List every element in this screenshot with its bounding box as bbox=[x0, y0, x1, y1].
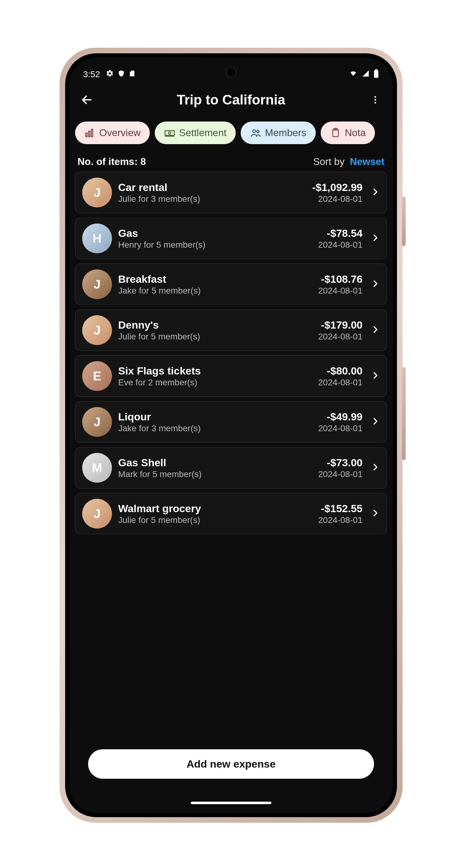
expense-row[interactable]: MGas ShellMark for 5 member(s)-$73.00202… bbox=[75, 447, 387, 489]
svg-point-13 bbox=[257, 130, 259, 133]
expense-date: 2024-08-01 bbox=[318, 240, 363, 250]
expense-date: 2024-08-01 bbox=[318, 286, 363, 296]
svg-point-10 bbox=[169, 132, 171, 134]
sd-card-icon bbox=[129, 69, 135, 80]
tab-notes[interactable]: Nota bbox=[321, 122, 375, 144]
gear-icon bbox=[106, 69, 114, 80]
expense-chevron bbox=[371, 187, 380, 198]
expense-title: Denny's bbox=[118, 319, 312, 331]
app-bar: Trip to California bbox=[69, 86, 393, 114]
expense-amount: -$73.00 bbox=[318, 457, 363, 469]
expense-row[interactable]: JWalmart groceryJulie for 5 member(s)-$1… bbox=[75, 493, 387, 534]
svg-point-4 bbox=[374, 99, 376, 100]
expense-title: Walmart grocery bbox=[118, 502, 312, 515]
arrow-left-icon bbox=[81, 94, 93, 106]
expense-title: Liqour bbox=[118, 411, 312, 423]
expense-row[interactable]: JCar rentalJulie for 3 member(s)-$1,092.… bbox=[75, 172, 387, 213]
tab-members-label: Members bbox=[265, 127, 306, 138]
expense-right: -$80.002024-08-01 bbox=[318, 365, 363, 388]
expense-right: -$108.762024-08-01 bbox=[318, 273, 363, 296]
phone-bezel: 3:52 bbox=[65, 53, 397, 817]
expense-row[interactable]: ESix Flags ticketsEve for 2 member(s)-$8… bbox=[75, 355, 387, 397]
shield-icon bbox=[118, 69, 125, 80]
phone-frame: 3:52 bbox=[60, 48, 403, 823]
tab-settlement[interactable]: Settlement bbox=[155, 122, 236, 144]
tab-members[interactable]: Members bbox=[241, 122, 315, 144]
avatar: J bbox=[82, 269, 112, 299]
avatar: H bbox=[82, 223, 112, 253]
sort-control[interactable]: Sort by Newset bbox=[313, 156, 385, 167]
expense-subtitle: Jake for 3 member(s) bbox=[118, 424, 312, 433]
svg-rect-1 bbox=[375, 69, 377, 70]
tab-chips[interactable]: Overview Settlement Members Nota bbox=[69, 114, 393, 147]
expense-title: Breakfast bbox=[118, 273, 312, 285]
expense-amount: -$179.00 bbox=[318, 319, 363, 331]
expense-row[interactable]: JLiqourJake for 3 member(s)-$49.992024-0… bbox=[75, 401, 387, 443]
svg-point-12 bbox=[253, 130, 255, 132]
expense-amount: -$78.54 bbox=[318, 227, 363, 239]
expense-amount: -$80.00 bbox=[318, 365, 363, 377]
tab-overview[interactable]: Overview bbox=[75, 122, 150, 144]
expense-row[interactable]: JBreakfastJake for 5 member(s)-$108.7620… bbox=[75, 264, 387, 305]
expense-row[interactable]: HGasHenry for 5 member(s)-$78.542024-08-… bbox=[75, 218, 387, 259]
expense-amount: -$49.99 bbox=[318, 411, 363, 423]
chevron-right-icon bbox=[371, 371, 380, 380]
expense-subtitle: Julie for 5 member(s) bbox=[118, 515, 312, 525]
cell-signal-icon bbox=[362, 69, 370, 80]
expense-right: -$49.992024-08-01 bbox=[318, 411, 363, 433]
chevron-right-icon bbox=[371, 187, 380, 196]
expense-chevron bbox=[371, 463, 380, 473]
sort-by-value: Newset bbox=[350, 156, 385, 167]
expense-title: Gas Shell bbox=[118, 457, 312, 469]
tab-notes-label: Nota bbox=[345, 127, 366, 138]
avatar: J bbox=[82, 178, 112, 207]
expense-date: 2024-08-01 bbox=[318, 424, 363, 433]
expense-right: -$179.002024-08-01 bbox=[318, 319, 363, 342]
expense-main: Denny'sJulie for 5 member(s) bbox=[118, 319, 312, 342]
svg-rect-8 bbox=[91, 129, 93, 137]
expense-chevron bbox=[371, 508, 380, 519]
svg-rect-0 bbox=[374, 70, 378, 78]
expense-amount: -$1,092.99 bbox=[312, 181, 363, 193]
clipboard-icon bbox=[330, 127, 341, 138]
expense-row[interactable]: JDenny'sJulie for 5 member(s)-$179.00202… bbox=[75, 309, 387, 351]
svg-rect-7 bbox=[89, 131, 90, 137]
wifi-icon bbox=[348, 69, 358, 80]
expense-title: Car rental bbox=[118, 181, 306, 193]
add-expense-label: Add new expense bbox=[186, 758, 275, 770]
avatar: M bbox=[82, 453, 112, 483]
expense-main: GasHenry for 5 member(s) bbox=[118, 227, 312, 250]
more-menu-button[interactable] bbox=[367, 91, 384, 108]
status-time: 3:52 bbox=[83, 69, 100, 80]
sort-by-label: Sort by bbox=[313, 156, 344, 167]
expense-right: -$73.002024-08-01 bbox=[318, 457, 363, 479]
expense-date: 2024-08-01 bbox=[318, 378, 363, 388]
expense-chevron bbox=[371, 371, 380, 381]
back-button[interactable] bbox=[78, 91, 95, 108]
home-indicator[interactable] bbox=[191, 802, 271, 804]
expense-right: -$1,092.992024-08-01 bbox=[312, 181, 363, 204]
list-summary-row: No. of items: 8 Sort by Newset bbox=[69, 147, 393, 172]
chevron-right-icon bbox=[371, 325, 380, 334]
expense-chevron bbox=[371, 325, 380, 335]
cash-icon bbox=[164, 127, 175, 138]
items-count-label: No. of items: 8 bbox=[78, 156, 146, 167]
expense-main: BreakfastJake for 5 member(s) bbox=[118, 273, 312, 296]
power-button bbox=[402, 367, 406, 460]
expense-chevron bbox=[371, 279, 380, 289]
chevron-right-icon bbox=[371, 279, 380, 288]
bar-chart-icon bbox=[84, 127, 95, 138]
chevron-right-icon bbox=[371, 416, 380, 426]
add-expense-button[interactable]: Add new expense bbox=[88, 749, 374, 779]
tab-settlement-label: Settlement bbox=[179, 127, 226, 138]
svg-point-3 bbox=[374, 96, 376, 98]
page-title: Trip to California bbox=[95, 92, 367, 107]
expense-amount: -$108.76 bbox=[318, 273, 363, 285]
chevron-right-icon bbox=[371, 233, 380, 242]
expense-main: Walmart groceryJulie for 5 member(s) bbox=[118, 502, 312, 525]
expense-right: -$78.542024-08-01 bbox=[318, 227, 363, 250]
avatar: J bbox=[82, 315, 112, 345]
expense-list[interactable]: JCar rentalJulie for 3 member(s)-$1,092.… bbox=[69, 172, 393, 534]
expense-date: 2024-08-01 bbox=[318, 469, 363, 479]
expense-title: Six Flags tickets bbox=[118, 365, 312, 377]
